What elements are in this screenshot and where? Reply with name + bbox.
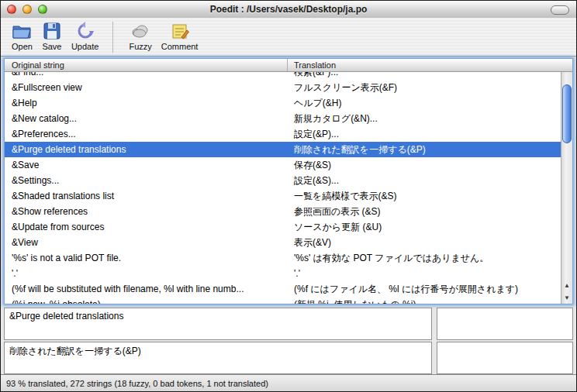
translation-cell: 表示(&V) — [288, 235, 561, 250]
fuzzy-button[interactable]: Fuzzy — [124, 20, 156, 52]
table-row[interactable]: &View表示(&V) — [5, 235, 561, 250]
close-button[interactable] — [7, 5, 16, 14]
translation-input[interactable]: 削除された翻訳を一掃する(&P) — [4, 342, 432, 374]
save-button[interactable]: Save — [37, 20, 67, 52]
scroll-up-button[interactable]: ▲ — [561, 279, 572, 291]
comment-icon — [170, 21, 190, 41]
translation-cell: (%f にはファイル名、 %l には行番号が展開されます) — [288, 281, 561, 297]
translation-cell: '.' — [288, 266, 561, 281]
translation-cell: 設定(&S)... — [288, 173, 561, 188]
table-row[interactable]: &Update from sourcesソースから更新 (&U) — [5, 219, 561, 235]
comment-box — [437, 342, 573, 374]
original-cell: '.' — [5, 266, 288, 281]
status-text: 93 % translated, 272 strings (18 fuzzy, … — [1, 379, 268, 388]
translation-cell: ソースから更新 (&U) — [288, 219, 561, 235]
fuzzy-label: Fuzzy — [129, 42, 151, 51]
translation-cell: 新規カタログ(&N)... — [288, 111, 561, 126]
save-label: Save — [42, 42, 61, 51]
original-cell: '%s' is not a valid POT file. — [5, 250, 288, 266]
poedit-window: Poedit : /Users/vasek/Desktop/ja.po Open — [0, 0, 577, 392]
original-cell: &Update from sources — [5, 219, 288, 235]
original-cell: &Preferences... — [5, 126, 288, 142]
update-label: Update — [71, 42, 98, 51]
original-cell: &View — [5, 235, 288, 250]
table-row[interactable]: &Helpヘルプ(&H) — [5, 95, 561, 111]
save-icon — [42, 21, 62, 41]
translation-cell: '%s' は有効な POT ファイルではありません。 — [288, 250, 561, 266]
table-row[interactable]: &Purge deleted translations削除された翻訳を一掃する(… — [5, 142, 561, 157]
window-title: Poedit : /Users/vasek/Desktop/ja.po — [1, 4, 576, 15]
translation-cell: 一覧を縞模様で表示(&S) — [288, 188, 561, 204]
table-header: Original string Translation — [5, 59, 572, 72]
original-cell: &Help — [5, 95, 288, 111]
original-cell: &Shaded translations list — [5, 188, 288, 204]
column-header-original[interactable]: Original string — [5, 59, 288, 71]
table-row[interactable]: &Preferences...設定(&P)... — [5, 126, 561, 142]
original-cell: &Show references — [5, 204, 288, 219]
translation-cell: (新規 %i, 使用しないもの %i) — [288, 297, 561, 304]
scrollbar-arrows: ▲ ▼ — [561, 279, 572, 304]
original-cell: &Save — [5, 157, 288, 173]
original-string-box: &Purge deleted translations — [4, 308, 432, 340]
original-cell: &Purge deleted translations — [5, 142, 288, 157]
column-header-translation[interactable]: Translation — [288, 59, 572, 71]
zoom-button[interactable] — [38, 5, 47, 14]
original-cell: &Fullscreen view — [5, 80, 288, 95]
translation-cell: ヘルプ(&H) — [288, 95, 561, 111]
title-bar[interactable]: Poedit : /Users/vasek/Desktop/ja.po — [1, 1, 576, 19]
auto-comment-box — [437, 308, 573, 340]
update-icon — [75, 21, 95, 41]
toolbar-separator — [112, 22, 113, 53]
table-row[interactable]: &Shaded translations list一覧を縞模様で表示(&S) — [5, 188, 561, 204]
translation-cell: フルスクリーン表示(&F) — [288, 80, 561, 95]
minimize-button[interactable] — [22, 5, 32, 14]
translation-cell: 設定(&P)... — [288, 126, 561, 142]
vertical-scrollbar[interactable]: ▲ ▼ — [561, 72, 572, 304]
comment-label: Comment — [161, 42, 199, 51]
fuzzy-icon — [130, 21, 150, 41]
translation-cell: 検索(&F)... — [288, 72, 561, 80]
window-controls — [7, 5, 47, 14]
translation-table: Original string Translation &Find...検索(&… — [4, 58, 573, 304]
open-button[interactable]: Open — [7, 20, 37, 52]
translation-cell: 削除された翻訳を一掃する(&P) — [288, 142, 561, 157]
original-cell: (%f will be substituted with filename, %… — [5, 281, 288, 297]
translation-cell: 参照画面の表示 (&S) — [288, 204, 561, 219]
table-row[interactable]: &Settings...設定(&S)... — [5, 173, 561, 188]
translation-table-body: &Find...検索(&F)...&Fullscreen viewフルスクリーン… — [5, 72, 561, 304]
toolbar: Open Save Update — [1, 18, 576, 57]
table-row[interactable]: (%f will be substituted with filename, %… — [5, 281, 561, 297]
status-bar: 93 % translated, 272 strings (18 fuzzy, … — [1, 374, 576, 391]
scroll-down-button[interactable]: ▼ — [561, 291, 572, 304]
table-row[interactable]: '.''.' — [5, 266, 561, 281]
update-button[interactable]: Update — [67, 20, 103, 52]
original-cell: &Settings... — [5, 173, 288, 188]
toolbar-toggle-button[interactable] — [551, 5, 569, 15]
table-row[interactable]: &Show references参照画面の表示 (&S) — [5, 204, 561, 219]
table-row[interactable]: (%i new, %i obsolete)(新規 %i, 使用しないもの %i) — [5, 297, 561, 304]
table-row[interactable]: &Fullscreen viewフルスクリーン表示(&F) — [5, 80, 561, 95]
translation-cell: 保存(&S) — [288, 157, 561, 173]
comment-button[interactable]: Comment — [157, 20, 203, 52]
open-label: Open — [12, 42, 33, 51]
table-row[interactable]: &New catalog...新規カタログ(&N)... — [5, 111, 561, 126]
table-row[interactable]: '%s' is not a valid POT file.'%s' は有効な P… — [5, 250, 561, 266]
scrollbar-thumb[interactable] — [562, 84, 572, 143]
original-cell: &New catalog... — [5, 111, 288, 126]
table-row[interactable]: &Find...検索(&F)... — [5, 72, 561, 80]
original-cell: (%i new, %i obsolete) — [5, 297, 288, 304]
table-row[interactable]: &Save保存(&S) — [5, 157, 561, 173]
original-cell: &Find... — [5, 72, 288, 80]
open-icon — [12, 21, 32, 41]
